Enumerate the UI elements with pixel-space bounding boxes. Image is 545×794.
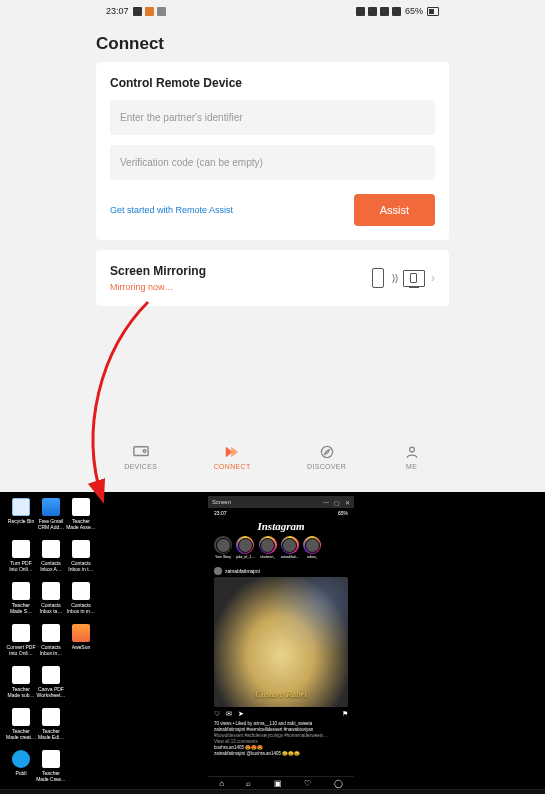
nav-devices-label: DEVICES [124, 463, 157, 470]
instagram-bottom-nav: ⌂ ⌕ ▣ ♡ ◯ [208, 776, 354, 790]
post-header[interactable]: zainabfatimajmi [214, 565, 348, 577]
chevron-right-icon: › [431, 271, 435, 285]
like-icon[interactable]: ♡ [214, 710, 220, 718]
share-icon[interactable]: ➤ [238, 710, 244, 718]
assist-button[interactable]: Assist [354, 194, 435, 226]
mirror-window-titlebar[interactable]: Screen — ▢ ✕ [208, 496, 354, 508]
mirrored-battery: 65% [338, 510, 348, 516]
bookmark-icon[interactable]: ⚑ [342, 710, 348, 718]
desktop-icon-image [42, 750, 60, 768]
desktop-icon[interactable]: Teacher Made Edi… [36, 708, 66, 750]
desktop-icon[interactable]: Free Gmail CRM Add… [36, 498, 66, 540]
desktop-icon[interactable]: AweSun [66, 624, 96, 666]
post-username[interactable]: zainabfatimajmi [225, 568, 260, 574]
svg-marker-3 [231, 447, 238, 458]
mirrored-status-bar: 23:07 65% [208, 508, 354, 518]
close-icon[interactable]: ✕ [345, 499, 350, 506]
desktop-icon-image [12, 750, 30, 768]
desktop-icon[interactable]: Teacher Made Asse… [66, 498, 96, 540]
desktop-icon-label: Teacher Made Asse… [66, 518, 96, 530]
window-controls[interactable]: — ▢ ✕ [323, 499, 350, 506]
instagram-post: zainabfatimajmi Custard Rabri ♡ ✉ ➤ ⚑ 70… [214, 565, 348, 757]
partner-identifier-input[interactable] [110, 100, 435, 135]
desktop-icon-label: Teacher Made S… [6, 602, 36, 614]
desktop-icon-label: Turn PDF Into Onli… [6, 560, 36, 572]
desktop-icon[interactable]: Convert PDF into Onli… [6, 624, 36, 666]
monitor-icon [403, 270, 425, 287]
desktop-icon-label: Contacts Inbox ta… [36, 602, 66, 614]
ig-search-icon[interactable]: ⌕ [246, 779, 251, 788]
story-item[interactable]: indian_ [303, 536, 321, 559]
desktop-icon[interactable]: Teacher Made sub… [6, 666, 36, 708]
signal-icon [392, 7, 401, 16]
desktop-icon[interactable]: Contacts Inbox in m… [66, 582, 96, 624]
mirror-icon-group: )) › [372, 268, 435, 288]
bottom-nav: DEVICES CONNECT DISCOVER ME [96, 434, 449, 492]
stories-row[interactable]: Your Storyjabz_of_1…shaheen_zainabfati…i… [208, 536, 354, 563]
story-item[interactable]: Your Story [214, 536, 232, 559]
post-image-overlay: Custard Rabri [214, 689, 348, 699]
desktop-icon[interactable]: Publi [6, 750, 36, 792]
ig-activity-icon[interactable]: ♡ [304, 779, 311, 788]
nav-connect[interactable]: CONNECT [214, 444, 251, 470]
nav-me[interactable]: ME [403, 444, 421, 470]
desktop-icon-label: Teacher Made Crea… [36, 770, 66, 782]
desktop-icon[interactable] [66, 750, 96, 792]
desktop-icon[interactable]: Canva PDF Worksheet… [36, 666, 66, 708]
story-item[interactable]: zainabfati… [281, 536, 299, 559]
desktop-icon[interactable]: Teacher Made S… [6, 582, 36, 624]
mirror-window[interactable]: Screen — ▢ ✕ 23:07 65% Instagram Your St… [208, 496, 354, 790]
nav-connect-label: CONNECT [214, 463, 251, 470]
get-started-link[interactable]: Get started with Remote Assist [110, 205, 233, 215]
comment-icon[interactable]: ✉ [226, 710, 232, 718]
desktop-icon[interactable]: Recycle Bin [6, 498, 36, 540]
post-avatar[interactable] [214, 567, 222, 575]
desktop-icon[interactable]: Teacher Made creat… [6, 708, 36, 750]
control-remote-card: Control Remote Device Get started with R… [96, 62, 449, 240]
desktop-icon[interactable]: Teacher Made Crea… [36, 750, 66, 792]
desktop-icon[interactable]: Turn PDF Into Onli… [6, 540, 36, 582]
post-image[interactable]: Custard Rabri [214, 577, 348, 707]
connect-icon [223, 444, 241, 460]
discover-icon [318, 444, 336, 460]
cast-waves-icon: )) [392, 273, 398, 283]
desktop-icon-label: Teacher Made sub… [6, 686, 36, 698]
desktop-icon[interactable]: Contacts Inbox A… [36, 540, 66, 582]
desktop-icon[interactable]: Contacts Inbox ta… [36, 582, 66, 624]
misc-icon [157, 7, 166, 16]
story-ring [281, 536, 299, 554]
ig-home-icon[interactable]: ⌂ [219, 779, 224, 788]
desktop-icon-label: Contacts Inbox A… [36, 560, 66, 572]
story-item[interactable]: shaheen_ [259, 536, 277, 559]
desktop-icon-image [12, 582, 30, 600]
ig-profile-icon[interactable]: ◯ [334, 779, 343, 788]
desktop-icon[interactable]: Contacts Inbox in… [36, 624, 66, 666]
nav-devices[interactable]: DEVICES [124, 444, 157, 470]
verification-code-input[interactable] [110, 145, 435, 180]
nav-discover[interactable]: DISCOVER [307, 444, 346, 470]
control-card-title: Control Remote Device [110, 76, 435, 90]
desktop-icon-label: Contacts Inbox in m… [66, 602, 96, 614]
desktop-icon-label: Recycle Bin [8, 518, 34, 524]
desktop-area: Recycle BinFree Gmail CRM Add…Teacher Ma… [0, 492, 545, 794]
desktop-icon-image [12, 708, 30, 726]
minimize-icon[interactable]: — [323, 499, 329, 506]
desktop-icon-image [72, 540, 90, 558]
windows-taskbar[interactable] [0, 789, 545, 794]
nav-me-label: ME [406, 463, 417, 470]
wifi-icon [380, 7, 389, 16]
instagram-logo: Instagram [208, 518, 354, 536]
desktop-icon-label: Canva PDF Worksheet… [36, 686, 66, 698]
maximize-icon[interactable]: ▢ [334, 499, 340, 506]
ig-reels-icon[interactable]: ▣ [274, 779, 282, 788]
desktop-icon[interactable] [66, 708, 96, 750]
desktop-icon[interactable]: Contacts Inbox in t… [66, 540, 96, 582]
story-label: zainabfati… [281, 555, 299, 559]
desktop-icon[interactable] [66, 666, 96, 708]
story-item[interactable]: jabz_of_1… [236, 536, 255, 559]
svg-point-4 [321, 446, 332, 457]
screen-mirroring-card[interactable]: Screen Mirroring Mirroring now… )) › [96, 250, 449, 306]
desktop-icons-grid: Recycle BinFree Gmail CRM Add…Teacher Ma… [6, 498, 96, 792]
desktop-icon-image [42, 624, 60, 642]
story-label: indian_ [307, 555, 318, 559]
